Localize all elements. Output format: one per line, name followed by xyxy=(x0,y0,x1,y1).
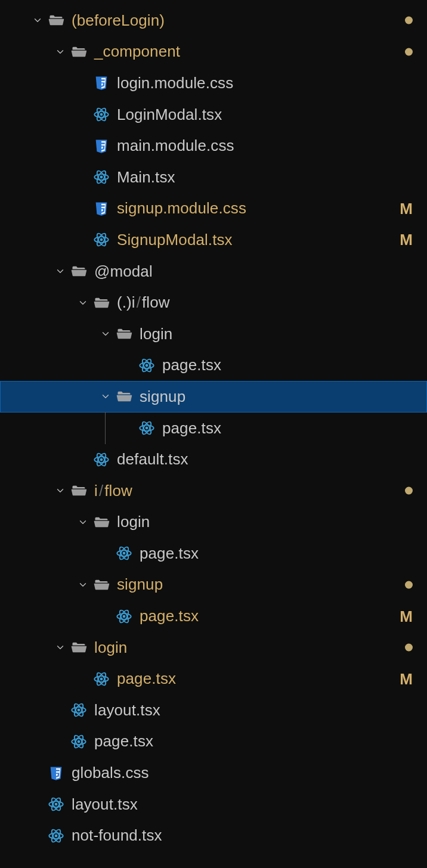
tree-item-label: SignupModal.tsx xyxy=(117,231,233,249)
tree-row[interactable]: page.tsx xyxy=(0,538,427,569)
tree-row[interactable]: signup xyxy=(0,381,427,413)
tree-row[interactable]: login xyxy=(0,507,427,538)
tree-row[interactable]: signup.module.cssM xyxy=(0,193,427,225)
file-tree[interactable]: (beforeLogin)_componentlogin.module.cssL… xyxy=(0,0,427,851)
tree-item-label: signup.module.css xyxy=(117,199,246,218)
folder-icon xyxy=(93,514,110,531)
tree-row[interactable]: page.tsx xyxy=(0,413,427,444)
git-modified-badge: M xyxy=(400,669,413,688)
react-icon xyxy=(138,420,155,436)
tree-row[interactable]: login.module.css xyxy=(0,67,427,99)
git-modified-badge: M xyxy=(400,607,413,625)
tree-row[interactable]: page.tsxM xyxy=(0,663,427,695)
react-icon xyxy=(93,231,110,248)
folder-icon xyxy=(116,388,132,405)
tree-row[interactable]: @modal xyxy=(0,256,427,287)
chevron-down-icon[interactable] xyxy=(78,579,88,590)
tree-row[interactable]: default.tsx xyxy=(0,444,427,475)
tree-item-label: login xyxy=(117,513,150,531)
git-dirty-dot xyxy=(405,48,413,55)
svg-point-36 xyxy=(78,709,81,712)
tree-row[interactable]: signup xyxy=(0,569,427,601)
chevron-down-icon[interactable] xyxy=(78,517,88,528)
css-icon xyxy=(93,200,110,217)
folder-icon xyxy=(70,639,87,656)
tree-row[interactable]: SignupModal.tsxM xyxy=(0,224,427,256)
chevron-down-icon[interactable] xyxy=(55,266,66,277)
tree-row[interactable]: globals.css xyxy=(0,757,427,789)
tree-row[interactable]: Main.tsx xyxy=(0,162,427,193)
indent-guide xyxy=(105,412,106,444)
folder-icon xyxy=(70,482,87,499)
tree-item-label: _component xyxy=(94,42,180,61)
tree-item-label: login xyxy=(94,638,127,657)
folder-icon xyxy=(48,12,64,29)
tree-row[interactable]: (beforeLogin) xyxy=(0,5,427,36)
tree-row[interactable]: main.module.css xyxy=(0,130,427,162)
chevron-down-icon[interactable] xyxy=(100,328,111,339)
tree-item-label: login.module.css xyxy=(117,74,233,92)
git-dirty-dot xyxy=(405,581,413,588)
svg-point-12 xyxy=(146,364,148,367)
css-icon xyxy=(93,138,110,154)
css-icon xyxy=(93,75,110,91)
svg-point-20 xyxy=(100,458,103,461)
git-dirty-dot xyxy=(405,487,413,495)
folder-icon xyxy=(93,294,110,311)
chevron-down-icon[interactable] xyxy=(100,391,111,402)
tree-item-label: @modal xyxy=(94,262,153,281)
tree-item-label: (.)i/flow xyxy=(117,293,170,312)
chevron-down-icon[interactable] xyxy=(32,15,43,26)
tree-row[interactable]: LoginModal.tsx xyxy=(0,99,427,131)
tree-row[interactable]: layout.tsx xyxy=(0,695,427,726)
svg-point-16 xyxy=(146,427,148,430)
css-icon xyxy=(48,765,64,782)
tree-item-label: page.tsx xyxy=(162,356,221,374)
svg-point-40 xyxy=(78,740,81,743)
tree-row[interactable]: page.tsxM xyxy=(0,600,427,632)
react-icon xyxy=(116,545,132,562)
react-icon xyxy=(93,451,110,468)
folder-icon xyxy=(70,44,87,60)
react-icon xyxy=(70,733,87,750)
tree-row[interactable]: (.)i/flow xyxy=(0,287,427,318)
svg-point-32 xyxy=(100,677,103,680)
svg-point-28 xyxy=(123,615,126,618)
svg-point-0 xyxy=(100,113,103,116)
chevron-down-icon[interactable] xyxy=(78,297,88,308)
chevron-down-icon[interactable] xyxy=(55,642,66,653)
react-icon xyxy=(138,357,155,374)
chevron-down-icon[interactable] xyxy=(55,46,66,57)
tree-item-label: globals.css xyxy=(72,764,149,782)
tree-item-label: LoginModal.tsx xyxy=(117,106,222,124)
tree-row[interactable]: login xyxy=(0,632,427,664)
tree-item-label: not-found.tsx xyxy=(72,826,162,845)
tree-row[interactable]: i/flow xyxy=(0,475,427,507)
tree-item-label: main.module.css xyxy=(117,137,234,155)
react-icon xyxy=(93,169,110,185)
react-icon xyxy=(116,608,132,625)
tree-item-label: page.tsx xyxy=(140,607,199,625)
tree-row[interactable]: layout.tsx xyxy=(0,789,427,820)
tree-row[interactable]: _component xyxy=(0,36,427,68)
git-dirty-dot xyxy=(405,644,413,652)
react-icon xyxy=(93,671,110,687)
folder-icon xyxy=(70,263,87,280)
tree-row[interactable]: page.tsx xyxy=(0,726,427,758)
tree-row[interactable]: login xyxy=(0,318,427,350)
git-modified-badge: M xyxy=(400,231,413,249)
tree-item-label: signup xyxy=(117,575,163,594)
tree-item-label: page.tsx xyxy=(140,544,199,563)
react-icon xyxy=(48,827,64,844)
folder-icon xyxy=(93,576,110,593)
tree-row[interactable]: page.tsx xyxy=(0,350,427,382)
react-icon xyxy=(70,702,87,718)
svg-point-24 xyxy=(123,552,126,555)
react-icon xyxy=(48,796,64,813)
tree-row[interactable]: not-found.tsx xyxy=(0,820,427,851)
chevron-down-icon[interactable] xyxy=(55,485,66,496)
git-dirty-dot xyxy=(405,17,413,24)
tree-item-label: i/flow xyxy=(94,482,132,500)
tree-item-label: default.tsx xyxy=(117,450,188,469)
svg-point-8 xyxy=(100,238,103,241)
